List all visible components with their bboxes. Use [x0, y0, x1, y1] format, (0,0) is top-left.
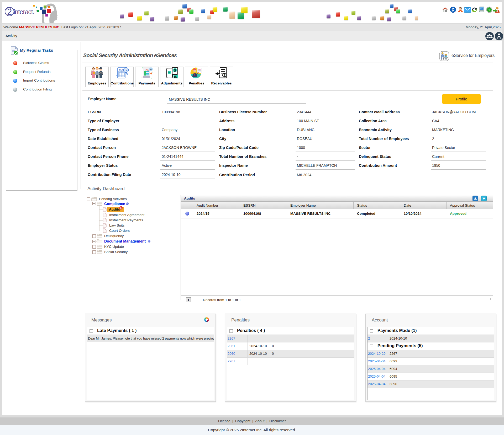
- svg-text:interact.: interact.: [14, 8, 34, 15]
- svg-text:TAX: TAX: [144, 68, 149, 71]
- svg-text:?: ?: [488, 8, 490, 12]
- svg-text:TAX: TAX: [119, 69, 123, 71]
- svg-text:$: $: [174, 68, 176, 72]
- svg-text:$: $: [223, 74, 225, 77]
- svg-text:TAX: TAX: [198, 68, 201, 70]
- svg-text:2: 2: [7, 7, 12, 17]
